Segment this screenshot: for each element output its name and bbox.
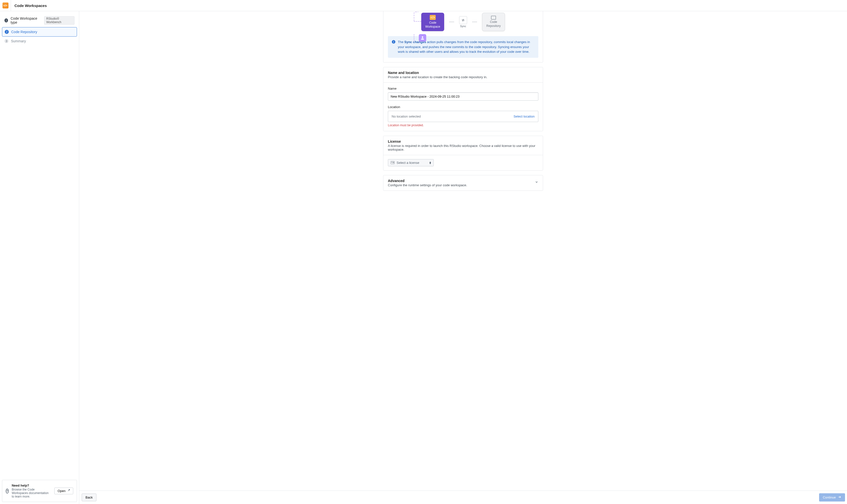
step-workspace-type[interactable]: 1 Code Workspace type RStudio® Workbench xyxy=(2,14,77,27)
sync-info-callout: i The Sync changes action pulls changes … xyxy=(388,36,539,58)
section-title: Advanced xyxy=(388,179,467,183)
continue-button[interactable]: Continue xyxy=(819,493,845,502)
select-license-label: Select a license xyxy=(396,161,419,165)
license-section: License A license is required in order t… xyxy=(383,136,543,170)
step-label: Code Workspace type xyxy=(11,16,41,24)
help-title: Need help? xyxy=(12,484,51,487)
diagram-workspace-label: Code Workspace xyxy=(425,21,440,29)
open-label: Open xyxy=(57,489,66,493)
info-text: The Sync changes action pulls changes fr… xyxy=(398,40,534,54)
diagram-repo-label: Code Repository xyxy=(486,20,500,28)
code-workspaces-icon: </> xyxy=(2,2,8,8)
topbar: </> Code Workspaces xyxy=(0,0,847,11)
step-summary[interactable]: 3 Summary xyxy=(2,37,77,46)
advanced-section[interactable]: Advanced Configure the runtime settings … xyxy=(383,175,543,191)
wizard-sidebar: 1 Code Workspace type RStudio® Workbench… xyxy=(0,11,79,504)
workspace-type-pill: RStudio® Workbench xyxy=(44,16,74,25)
repository-icon xyxy=(491,16,496,20)
help-desc: Browse the Code Workspaces documentation… xyxy=(12,488,51,498)
location-label: Location xyxy=(388,105,539,109)
caret-sort-icon: ▴▾ xyxy=(429,161,431,164)
diagram-connector xyxy=(472,22,477,22)
help-icon: ? xyxy=(6,489,9,493)
chevron-down-icon xyxy=(535,180,539,184)
sync-diagram: </> Code Workspace xyxy=(388,11,539,36)
step-label: Summary xyxy=(11,39,26,43)
diagram-sync-icon xyxy=(459,16,467,24)
external-link-icon xyxy=(67,489,70,493)
select-location-link[interactable]: Select location xyxy=(513,114,535,118)
step-number-1: 1 xyxy=(4,18,8,22)
arrow-right-icon xyxy=(838,495,841,500)
name-label: Name xyxy=(388,87,539,90)
overview-card: </> Code Workspace xyxy=(383,11,543,62)
diagram-connector xyxy=(449,22,454,22)
wizard-footer: Back Continue xyxy=(79,490,847,504)
step-label: Code Repository xyxy=(11,30,37,34)
diagram-repo-box: Code Repository xyxy=(482,13,505,31)
section-title: License xyxy=(388,140,539,143)
step-number-2: 2 xyxy=(5,30,9,34)
help-card: ? Need help? Browse the Code Workspaces … xyxy=(2,480,77,502)
section-desc: Configure the runtime settings of your c… xyxy=(388,183,467,187)
continue-label: Continue xyxy=(823,496,836,499)
workspace-name-input[interactable] xyxy=(388,92,539,101)
section-desc: A license is required in order to launch… xyxy=(388,144,539,151)
info-icon: i xyxy=(392,40,395,43)
back-button[interactable]: Back xyxy=(82,493,96,501)
location-error: Location must be provided. xyxy=(388,124,539,127)
location-empty-text: No location selected xyxy=(392,114,421,118)
step-code-repository[interactable]: 2 Code Repository xyxy=(2,27,77,37)
open-docs-button[interactable]: Open xyxy=(54,488,73,494)
name-location-section: Name and location Provide a name and loc… xyxy=(383,67,543,131)
svg-point-0 xyxy=(422,36,423,38)
diagram-workspace-box: </> Code Workspace xyxy=(421,13,444,31)
section-desc: Provide a name and location to create th… xyxy=(388,75,539,79)
main-scroll[interactable]: </> Code Workspace xyxy=(79,11,847,490)
section-title: Name and location xyxy=(388,71,539,75)
step-number-3: 3 xyxy=(4,39,8,43)
location-box: No location selected Select location xyxy=(388,111,539,122)
app-logo: </> xyxy=(0,0,11,11)
license-icon xyxy=(391,161,394,164)
page-title: Code Workspaces xyxy=(15,3,47,8)
code-icon: </> xyxy=(430,15,436,20)
diagram-sync-label: Sync xyxy=(460,25,466,28)
select-license-dropdown[interactable]: Select a license ▴▾ xyxy=(388,159,434,166)
diagram-user-icon xyxy=(419,34,426,41)
